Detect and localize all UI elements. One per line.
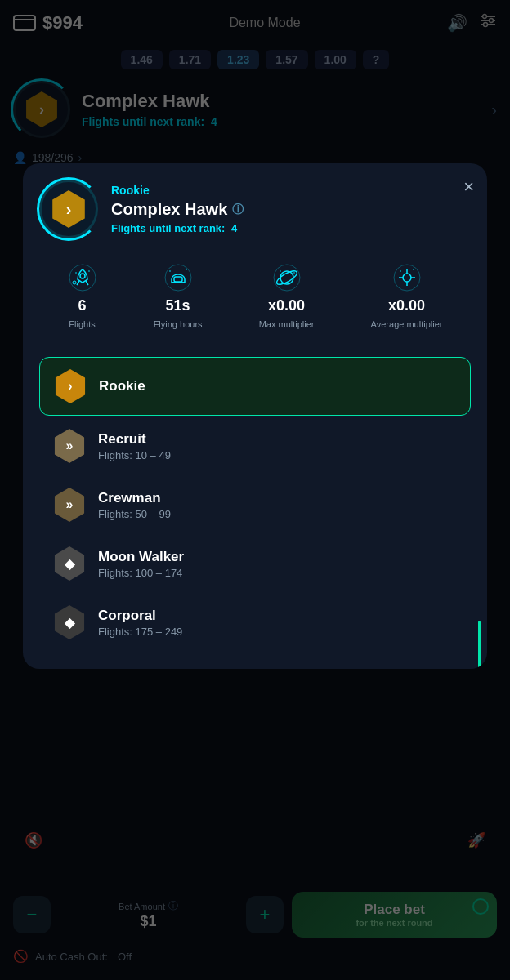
stat-avg-mult: x0.00 Average multiplier	[371, 263, 443, 329]
stat-avg-label: Average multiplier	[371, 319, 443, 329]
svg-point-14	[88, 270, 90, 272]
svg-rect-16	[174, 277, 182, 282]
modal-profile-info: Rookie Complex Hawk ⓘ Flights until next…	[111, 184, 244, 234]
svg-point-26	[403, 274, 411, 282]
scroll-indicator	[478, 621, 481, 669]
rank-info-moonwalker: Moon Walker Flights: 100 – 174	[98, 549, 184, 579]
svg-point-8	[69, 265, 96, 291]
stat-avg-value: x0.00	[388, 297, 425, 314]
stat-flights-value: 6	[78, 297, 87, 314]
rank-item-crewman[interactable]: » Crewman Flights: 50 – 99	[39, 476, 471, 533]
rank-hex-moonwalker: ◆	[52, 546, 87, 581]
svg-point-13	[75, 272, 77, 274]
svg-point-24	[293, 272, 295, 274]
svg-point-18	[169, 270, 171, 272]
stat-hours-value: 51s	[166, 297, 190, 314]
rank-hex-rookie: ›	[53, 369, 87, 403]
rank-info-corporal: Corporal Flights: 175 – 249	[98, 608, 182, 638]
modal-avatar-hex: ›	[50, 190, 87, 228]
rank-item-moonwalker[interactable]: ◆ Moon Walker Flights: 100 – 174	[39, 535, 471, 592]
rank-name-moonwalker: Moon Walker	[98, 549, 184, 565]
svg-point-20	[274, 265, 300, 291]
rank-info-recruit: Recruit Flights: 10 – 49	[98, 431, 171, 461]
rank-list: › Rookie » Recruit Flights: 10 – 49 » Cr…	[39, 357, 471, 653]
svg-point-12	[73, 281, 76, 284]
modal-close-button[interactable]: ×	[463, 176, 474, 198]
rank-item-recruit[interactable]: » Recruit Flights: 10 – 49	[39, 417, 471, 474]
svg-line-11	[86, 281, 88, 285]
rank-name-recruit: Recruit	[98, 431, 171, 448]
rank-info-crewman: Crewman Flights: 50 – 99	[98, 490, 171, 520]
rank-item-corporal[interactable]: ◆ Corporal Flights: 175 – 249	[39, 594, 471, 651]
svg-point-23	[280, 270, 281, 272]
svg-point-32	[413, 269, 414, 270]
stat-max-value: x0.00	[268, 297, 305, 314]
svg-line-10	[77, 281, 79, 285]
player-info-icon[interactable]: ⓘ	[232, 203, 244, 217]
rank-name-crewman: Crewman	[98, 490, 171, 506]
modal-avatar: ›	[39, 180, 98, 238]
svg-point-31	[400, 270, 401, 272]
rank-modal: × › Rookie Complex Hawk ⓘ Flights until …	[23, 163, 487, 669]
stat-flights: 6 Flights	[68, 263, 97, 329]
rank-flights-crewman: Flights: 50 – 99	[98, 508, 171, 520]
modal-player-name: Complex Hawk ⓘ	[111, 200, 244, 219]
svg-point-19	[186, 269, 187, 270]
svg-point-25	[394, 265, 420, 291]
rank-flights-moonwalker: Flights: 100 – 174	[98, 567, 184, 579]
rank-info-rookie: Rookie	[99, 378, 145, 394]
rank-hex-recruit: »	[52, 429, 87, 463]
svg-point-9	[80, 274, 85, 278]
rank-name-rookie: Rookie	[99, 378, 145, 394]
stat-max-mult: x0.00 Max multiplier	[259, 263, 315, 329]
stat-flights-label: Flights	[69, 319, 95, 329]
stat-max-label: Max multiplier	[259, 319, 315, 329]
rank-flights-recruit: Flights: 10 – 49	[98, 449, 171, 461]
stat-hours-label: Flying hours	[154, 319, 203, 329]
rank-hex-corporal: ◆	[52, 605, 87, 639]
rank-name-corporal: Corporal	[98, 608, 182, 624]
planet-icon	[272, 263, 302, 292]
rank-item-rookie[interactable]: › Rookie	[39, 357, 471, 416]
modal-rank-label: Rookie	[111, 184, 244, 197]
stat-flying-hours: 51s Flying hours	[154, 263, 203, 329]
satellite-icon	[392, 263, 422, 292]
rank-flights-corporal: Flights: 175 – 249	[98, 626, 182, 638]
stats-row: 6 Flights 51s Flying hours	[39, 255, 471, 337]
rocket-icon	[68, 263, 97, 292]
modal-header: › Rookie Complex Hawk ⓘ Flights until ne…	[39, 180, 471, 238]
modal-flights-text: Flights until next rank: 4	[111, 222, 244, 234]
rank-hex-crewman: »	[52, 488, 87, 522]
helmet-icon	[163, 263, 193, 292]
svg-point-15	[165, 265, 191, 291]
